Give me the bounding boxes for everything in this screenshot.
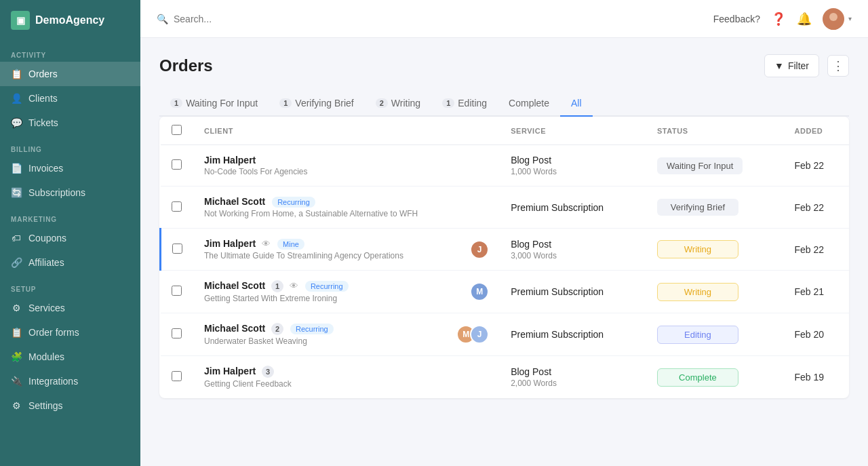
service-cell: Blog Post 2,000 Words	[500, 356, 646, 399]
help-icon[interactable]: ❓	[771, 12, 786, 26]
orders-icon: 📋	[11, 69, 22, 79]
avatar: M	[470, 282, 489, 301]
table-row[interactable]: Michael Scott Recurring Not Working From…	[161, 187, 850, 229]
sidebar-item-label: Invoices	[28, 163, 63, 174]
user-avatar-area[interactable]: ▾	[823, 8, 852, 30]
sidebar-item-label: Services	[28, 303, 65, 313]
row-checkbox-cell	[161, 313, 194, 356]
tag-recurring: Recurring	[290, 324, 334, 334]
service-words: 3,000 Words	[511, 251, 635, 260]
row-checkbox[interactable]	[172, 328, 182, 338]
table-row[interactable]: Jim Halpert No-Code Tools For Agencies B…	[161, 145, 850, 187]
date-cell: Feb 21	[783, 271, 849, 313]
tab-complete[interactable]: Complete	[498, 91, 560, 117]
sidebar-item-label: Settings	[28, 400, 63, 411]
status-column-header: STATUS	[646, 117, 783, 145]
sidebar-item-orders[interactable]: 📋 Orders	[0, 62, 140, 86]
client-name: Michael Scott Recurring	[204, 196, 418, 208]
settings-icon: ⚙	[11, 400, 22, 411]
row-checkbox[interactable]	[172, 286, 182, 296]
date-cell: Feb 19	[783, 356, 849, 399]
logo-area[interactable]: ▣ DemoAgency	[0, 0, 140, 41]
status-badge: Complete	[657, 368, 738, 387]
tickets-icon: 💬	[11, 117, 22, 128]
tab-editing[interactable]: 1 Editing	[431, 91, 498, 117]
table-row[interactable]: Michael Scott 1 👁 Recurring Getting Star…	[161, 271, 850, 313]
svg-point-1	[827, 21, 840, 30]
tab-waiting[interactable]: 1 Waiting For Input	[159, 91, 269, 117]
client-subtitle: Underwater Basket Weaving	[204, 336, 334, 346]
sidebar-item-clients[interactable]: 👤 Clients	[0, 86, 140, 111]
main-area: 🔍 Feedback? ❓ 🔔 ▾ Orders	[140, 0, 868, 466]
sidebar-item-modules[interactable]: 🧩 Modules	[0, 345, 140, 369]
sidebar-item-invoices[interactable]: 📄 Invoices	[0, 156, 140, 180]
search-input[interactable]	[174, 14, 309, 24]
sidebar-item-tickets[interactable]: 💬 Tickets	[0, 111, 140, 135]
date-cell: Feb 22	[783, 187, 849, 229]
page-title: Orders	[159, 56, 213, 75]
sidebar-item-order-forms[interactable]: 📋 Order forms	[0, 320, 140, 345]
service-cell: Premium Subscription	[500, 187, 646, 229]
sidebar-item-integrations[interactable]: 🔌 Integrations	[0, 369, 140, 393]
tag-recurring: Recurring	[272, 197, 315, 208]
table-row[interactable]: Michael Scott 2 Recurring Underwater Bas…	[161, 313, 850, 356]
table-row[interactable]: Jim Halpert 3 Getting Client Feedback Bl…	[161, 356, 850, 399]
row-checkbox[interactable]	[172, 371, 182, 381]
sidebar-item-coupons[interactable]: 🏷 Coupons	[0, 226, 140, 250]
row-checkbox[interactable]	[172, 244, 182, 254]
tab-label-writing: Writing	[391, 98, 420, 109]
coupons-icon: 🏷	[11, 233, 22, 244]
eye-icon: 👁	[262, 239, 271, 249]
row-checkbox-cell	[161, 145, 194, 187]
sidebar-item-services[interactable]: ⚙ Services	[0, 296, 140, 320]
tab-writing[interactable]: 2 Writing	[365, 91, 431, 117]
sidebar-item-affiliates[interactable]: 🔗 Affiliates	[0, 250, 140, 275]
order-count-badge: 2	[271, 323, 283, 335]
header-actions: Feedback? ❓ 🔔 ▾	[713, 8, 852, 30]
avatar: J	[470, 325, 489, 344]
sidebar-item-settings[interactable]: ⚙ Settings	[0, 393, 140, 418]
table-row[interactable]: Jim Halpert 👁 Mine The Ultimate Guide To…	[161, 229, 850, 271]
integrations-icon: 🔌	[11, 376, 22, 387]
tab-all[interactable]: All	[560, 91, 593, 117]
filter-button[interactable]: ▼ Filter	[764, 54, 819, 77]
logo-icon: ▣	[11, 11, 30, 30]
avatars-stack: M	[470, 282, 489, 301]
status-cell: Writing	[646, 229, 783, 271]
more-options-button[interactable]: ⋮	[827, 55, 849, 77]
sidebar-section-label: MARKETING	[0, 205, 140, 226]
client-info: Jim Halpert 👁 Mine The Ultimate Guide To…	[204, 238, 489, 260]
date-cell: Feb 20	[783, 313, 849, 356]
subscriptions-icon: 🔄	[11, 187, 22, 198]
chevron-down-icon: ▾	[848, 15, 852, 22]
tab-verifying[interactable]: 1 Verifying Brief	[269, 91, 365, 117]
feedback-button[interactable]: Feedback?	[713, 14, 760, 24]
sidebar-section-label: ACTIVITY	[0, 41, 140, 62]
service-name: Premium Subscription	[511, 202, 635, 213]
row-checkbox[interactable]	[172, 201, 182, 212]
orders-table: CLIENT SERVICE STATUS ADDED Jim Halpert …	[159, 117, 849, 398]
client-info: Michael Scott 1 👁 Recurring Getting Star…	[204, 280, 489, 303]
row-checkbox-cell	[161, 187, 194, 229]
tabs: 1 Waiting For Input1 Verifying Brief2 Wr…	[159, 91, 849, 117]
sidebar-item-label: Affiliates	[28, 257, 64, 268]
client-info: Jim Halpert 3 Getting Client Feedback	[204, 366, 489, 389]
order-count-badge: 1	[271, 280, 283, 292]
avatars-stack: J	[470, 240, 489, 259]
notification-icon[interactable]: 🔔	[797, 12, 812, 26]
avatar: J	[470, 240, 489, 259]
client-right: M	[470, 282, 489, 301]
client-cell: Jim Halpert 👁 Mine The Ultimate Guide To…	[193, 229, 500, 271]
sidebar-item-label: Tickets	[28, 117, 58, 128]
sidebar-item-subscriptions[interactable]: 🔄 Subscriptions	[0, 180, 140, 205]
tab-label-verifying: Verifying Brief	[295, 98, 353, 109]
tab-label-editing: Editing	[458, 98, 487, 109]
tag-mine: Mine	[277, 239, 304, 250]
client-name: Michael Scott 2 Recurring	[204, 323, 334, 335]
service-name: Premium Subscription	[511, 329, 635, 340]
service-cell: Premium Subscription	[500, 313, 646, 356]
svg-point-0	[829, 13, 837, 21]
client-left: Michael Scott 2 Recurring Underwater Bas…	[204, 323, 334, 346]
row-checkbox[interactable]	[172, 159, 182, 170]
select-all-checkbox[interactable]	[172, 125, 182, 135]
